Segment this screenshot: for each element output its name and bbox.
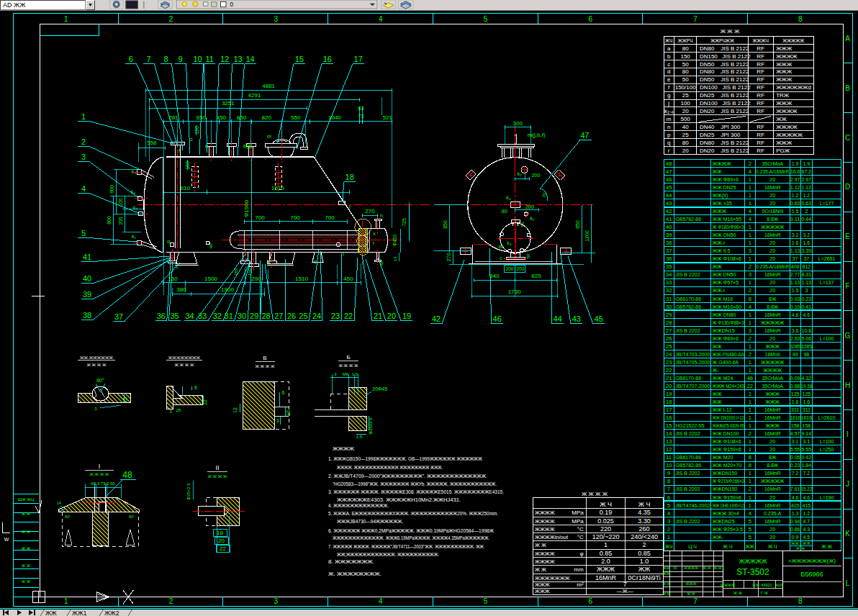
svg-text:2: 2 xyxy=(643,541,646,548)
svg-text:Φ450: Φ450 xyxy=(392,235,397,246)
svg-text:4.57: 4.57 xyxy=(790,431,800,436)
svg-text:"HG20583—1998"ЖЖ. ЖЖЖЖЖЖЖ ЖЖУb: "HG20583—1998"ЖЖ. ЖЖЖЖЖЖЖ ЖЖУb. ЖЖЖЖЖ. Ж… xyxy=(333,481,497,487)
svg-text:5: 5 xyxy=(81,229,86,237)
svg-text:m: m xyxy=(667,116,672,122)
svg-text:3: 3 xyxy=(276,418,279,423)
svg-text:ЖЖЖ: ЖЖЖ xyxy=(776,100,792,107)
svg-text:180: 180 xyxy=(185,161,190,170)
svg-text:ЖЧ: ЖЧ xyxy=(665,544,672,549)
svg-text:0.23: 0.23 xyxy=(790,463,800,468)
svg-text:m(j,b,f): m(j,b,f) xyxy=(528,132,546,138)
svg-text:L=190: L=190 xyxy=(820,495,834,500)
svg-text:ЖЖЖ: ЖЖЖ xyxy=(766,344,780,349)
svg-text:1.2: 1.2 xyxy=(803,193,810,198)
svg-text:24: 24 xyxy=(312,312,321,320)
svg-text:TRЖ: TRЖ xyxy=(776,92,790,99)
svg-text:ЖЖ-: ЖЖ- xyxy=(713,535,724,540)
svg-text:7.61: 7.61 xyxy=(790,486,800,492)
svg-text:16.8: 16.8 xyxy=(790,169,800,174)
svg-text:0.88: 0.88 xyxy=(790,384,800,389)
svg-text:0.86: 0.86 xyxy=(790,527,800,532)
svg-text:46: 46 xyxy=(666,176,672,183)
svg-text:ЖЖ DN1900 I=12: ЖЖ DN1900 I=12 xyxy=(713,415,744,420)
svg-text:20: 20 xyxy=(769,201,775,206)
svg-text:7.2: 7.2 xyxy=(803,471,810,476)
svg-text:DN150 JIS B 2122: DN150 JIS B 2122 xyxy=(700,53,751,60)
svg-text:840: 840 xyxy=(489,273,500,279)
svg-text:150: 150 xyxy=(680,53,690,60)
svg-text:Ж Ч: Ж Ч xyxy=(600,501,612,508)
svg-text:4: 4 xyxy=(667,510,670,517)
svg-text:RF: RF xyxy=(757,108,764,114)
svg-text:7.2: 7.2 xyxy=(792,471,799,476)
svg-text:ЖЖЖЖin/out: ЖЖЖЖin/out xyxy=(535,534,569,540)
svg-text:1. ЖЖЖGB150—1998ЖЖЖЖЖЖЖ. GB—19: 1. ЖЖЖGB150—1998ЖЖЖЖЖЖЖ. GB—1999ЖЖЖЖЖЖ Ж… xyxy=(328,456,482,462)
svg-text:1.13: 1.13 xyxy=(790,248,800,253)
svg-text:f: f xyxy=(179,148,180,153)
svg-text:ЖЖЖЖ: ЖЖЖЖ xyxy=(535,526,555,533)
svg-text:14: 14 xyxy=(393,256,397,261)
svg-text:RF: RF xyxy=(757,61,764,68)
svg-text:GB6170-86: GB6170-86 xyxy=(675,455,701,460)
svg-text:ЖЖ: ЖЖ xyxy=(713,399,722,404)
svg-text:15: 15 xyxy=(666,422,672,429)
svg-text:80: 80 xyxy=(502,209,507,214)
svg-text:1.9: 1.9 xyxy=(803,161,810,166)
svg-text:DN80 JIS B 2122: DN80 JIS B 2122 xyxy=(700,140,749,146)
svg-text:GB6170-86: GB6170-86 xyxy=(675,376,701,381)
svg-text:1200: 1200 xyxy=(584,230,590,242)
svg-text:ЖЖЖ: ЖЖЖ xyxy=(597,566,615,573)
svg-text:20: 20 xyxy=(769,336,775,341)
svg-text:RF: RF xyxy=(757,68,764,75)
svg-text:1: 1 xyxy=(749,407,751,413)
svg-text:DN25 JPI 300: DN25 JPI 300 xyxy=(700,132,741,138)
svg-text:16MnR: 16MnR xyxy=(595,574,617,581)
svg-text:0.09: 0.09 xyxy=(790,376,800,381)
svg-text:3.30: 3.30 xyxy=(638,517,651,525)
svg-text:2: 2 xyxy=(749,160,751,167)
svg-text:r: r xyxy=(668,148,670,154)
svg-text:3285: 3285 xyxy=(801,344,813,349)
svg-text:1.13: 1.13 xyxy=(802,280,812,285)
svg-text:6: 6 xyxy=(129,55,133,63)
svg-text:35: 35 xyxy=(170,312,179,320)
svg-text:DN20 JIS B 2122: DN20 JIS B 2122 xyxy=(700,108,749,114)
svg-text:23: 23 xyxy=(331,312,340,320)
svg-text:Ц Ч: Ц Ч xyxy=(688,544,697,550)
svg-text:RF: RF xyxy=(757,84,764,91)
svg-text:1: 1 xyxy=(749,312,751,318)
svg-text:ЖЖЖЖ: ЖЖЖЖ xyxy=(776,124,798,130)
svg-text:JIS B 2202: JIS B 2202 xyxy=(675,519,700,524)
svg-text:GB5782-86: GB5782-86 xyxy=(675,304,701,309)
svg-text:0.85: 0.85 xyxy=(638,550,651,557)
svg-text:3.1: 3.1 xyxy=(792,439,799,444)
svg-text:415: 415 xyxy=(803,503,811,508)
svg-text:Φ1900: Φ1900 xyxy=(243,199,250,217)
svg-text:ЖЖЖЖЖЖЖЖЖЖЖЖЖ. ЖЖЖ6.19MPaЖЖЖЖ.: ЖЖЖЖЖЖЖЖЖЖЖЖЖ. ЖЖЖ6.19MPaЖЖЖЖ. ЖЖЖЖ4.35M… xyxy=(333,535,489,541)
svg-text:HG21522-95: HG21522-95 xyxy=(675,423,704,428)
svg-text:500: 500 xyxy=(680,116,690,122)
svg-text:1: 1 xyxy=(749,359,751,366)
svg-text:25: 25 xyxy=(666,343,672,350)
svg-text:ЖЖ: ЖЖ xyxy=(45,610,57,616)
svg-text:ЖЖЖЖЖ: ЖЖЖЖЖ xyxy=(776,132,803,138)
svg-text:80: 80 xyxy=(682,140,689,146)
svg-text:558: 558 xyxy=(147,140,157,146)
svg-text:Ж.Ж: Ж.Ж xyxy=(703,566,711,570)
svg-text:ЖЖЖd25-SIDN-95: ЖЖЖd25-SIDN-95 xyxy=(713,423,744,428)
svg-text:ЖЖ-I: ЖЖ-I xyxy=(713,240,725,245)
svg-text:ЖЖDN25: ЖЖDN25 xyxy=(713,519,735,524)
svg-text:ЖЖ: ЖЖ xyxy=(663,566,670,570)
svg-text:0.03: 0.03 xyxy=(790,296,800,302)
svg-text:200: 200 xyxy=(118,217,123,225)
svg-text:ЖЖЖ: ЖЖЖ xyxy=(535,581,550,588)
svg-text:L=100: L=100 xyxy=(820,439,834,444)
svg-text:ЖЧ: ЖЧ xyxy=(665,38,672,43)
svg-text:b: b xyxy=(667,53,671,60)
svg-text:Ж G400-6A: Ж G400-6A xyxy=(713,360,739,365)
svg-text:43: 43 xyxy=(572,314,581,323)
svg-text:1616: 1616 xyxy=(801,415,813,420)
svg-text:20: 20 xyxy=(769,447,775,452)
svg-text:300: 300 xyxy=(513,120,523,127)
svg-text:10: 10 xyxy=(666,462,672,468)
